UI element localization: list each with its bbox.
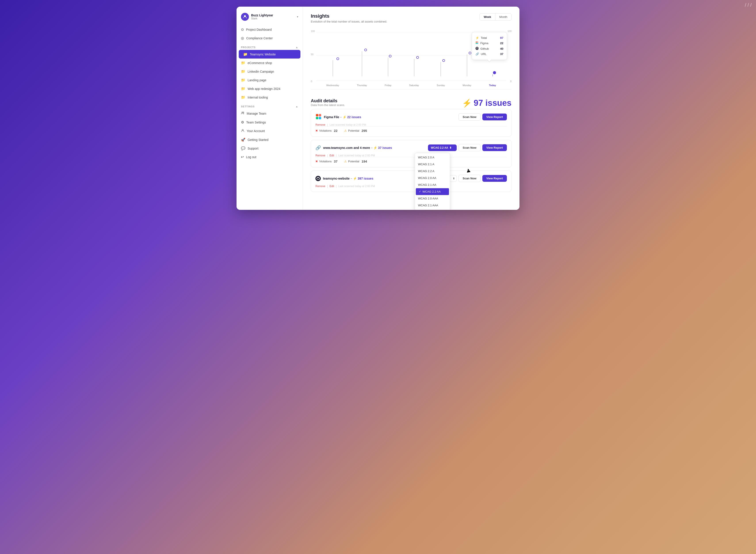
github-remove-link[interactable]: Remove (315, 185, 325, 188)
url-remove-link[interactable]: Remove (315, 154, 325, 157)
bar-dot (416, 56, 419, 59)
github-scan-button[interactable]: Scan Now (458, 175, 481, 182)
tooltip-row-github: Github 40 (475, 46, 503, 51)
dropdown-option-wcag22aa[interactable]: ✓ WCAG 2.2 AA (416, 188, 449, 195)
sidebar-item-logout[interactable]: ↩ Log out (237, 153, 303, 161)
svg-rect-5 (477, 42, 478, 43)
user-info: Buzz Lightyear Stark (241, 13, 273, 21)
sidebar-item-label: Teamsync Website (250, 53, 275, 56)
figma-name: Figma File (324, 115, 339, 119)
sidebar-item-linkedin[interactable]: 📁 Linkedin Campaign (237, 67, 303, 76)
github-card-header: teamsync-website – ⚡ 397 issues WCAG 2.0… (315, 175, 507, 182)
github-report-button[interactable]: View Report (482, 175, 507, 182)
dropdown-option-wcag21aaa[interactable]: WCAG 2.1 AAA (415, 202, 450, 209)
sidebar-item-webapp[interactable]: 📁 Web app redesign 2024 (237, 85, 303, 93)
week-month-toggle: Week Month (480, 13, 511, 20)
user-section[interactable]: Buzz Lightyear Stark ▾ (237, 11, 303, 25)
url-last-scan: Last scanned today at 2:00 PM (339, 154, 375, 157)
insights-title: Insights (311, 13, 387, 19)
audit-title: Audit details (311, 98, 345, 103)
dropdown-option-wcag22a[interactable]: WCAG 2.2 A (415, 168, 450, 174)
figma-scan-button[interactable]: Scan Now (458, 113, 481, 121)
bar-label: Sunday (437, 84, 445, 87)
github-name: teamsync-website (323, 177, 350, 180)
dropdown-option-wcag21aa[interactable]: WCAG 2.1 AA (415, 181, 450, 188)
svg-rect-7 (477, 43, 478, 44)
url-dropdown-container[interactable]: WCAG 2.2 AA ⬍ WCAG 2.0 A WCAG 2.1 A WCAG… (428, 145, 457, 151)
sidebar-item-compliance-center[interactable]: ◎ Compliance Center (237, 34, 303, 42)
sidebar-item-manage-team[interactable]: Manage Team (237, 109, 303, 118)
sidebar-item-label: Log out (246, 155, 256, 159)
github-audit-card: teamsync-website – ⚡ 397 issues WCAG 2.0… (311, 171, 511, 192)
settings-toggle-icon[interactable]: ▲ (296, 105, 298, 108)
chevron-down-icon: ▾ (297, 15, 298, 18)
user-name: Buzz Lightyear (251, 13, 273, 17)
projects-toggle-icon[interactable]: ▲ (296, 46, 298, 49)
sidebar-item-teamsync[interactable]: 📁 Teamsync Website (239, 50, 300, 59)
sidebar-item-ecommerce[interactable]: 📁 eCommerce shop (237, 59, 303, 67)
url-report-button[interactable]: View Report (482, 144, 507, 151)
url-dropdown-trigger[interactable]: WCAG 2.2 AA ⬍ (428, 145, 457, 151)
potential-label: Potential (348, 129, 359, 132)
compliance-center-icon: ◎ (241, 36, 244, 40)
github-edit-link[interactable]: Edit (330, 185, 334, 188)
sidebar-item-landing[interactable]: 📁 Landing page (237, 76, 303, 85)
sidebar-item-team-settings[interactable]: ⚙ Team Settings (237, 118, 303, 126)
github-bolt: ⚡ (353, 177, 358, 180)
error-icon: ✖ (315, 129, 318, 132)
url-name: www.teamsync.com and 4 more (323, 146, 370, 150)
violations-count: 22 (334, 129, 338, 132)
sidebar-item-internal[interactable]: 📁 Internal tooling (237, 93, 303, 102)
manage-team-icon (241, 111, 245, 116)
figma-report-button[interactable]: View Report (482, 114, 507, 120)
figma-potential-stat: ⚠ Potential 295 (344, 129, 367, 132)
week-toggle-button[interactable]: Week (480, 13, 495, 20)
bar-label: Saturday (409, 84, 419, 87)
sidebar-item-getting-started[interactable]: 🚀 Getting Started (237, 135, 303, 144)
dropdown-option-wcag20a[interactable]: WCAG 2.0 A (415, 154, 450, 161)
user-org: Stark (251, 17, 273, 20)
dropdown-option-wcag20aaa[interactable]: WCAG 2.0 AAA (415, 195, 450, 202)
url-scan-button[interactable]: Scan Now (458, 144, 481, 151)
violations-label: Violations (319, 160, 332, 163)
main-content: Insights Evolution of the total number o… (303, 7, 519, 210)
issues-count-value: 97 issues (474, 98, 511, 108)
dropdown-option-wcag22aaa[interactable]: WCAG 2.2 AAA (415, 209, 450, 210)
dropdown-option-wcag21a[interactable]: WCAG 2.1 A (415, 161, 450, 168)
svg-rect-10 (316, 114, 318, 116)
potential-count: 194 (361, 160, 367, 163)
sidebar-item-label: Internal tooling (248, 96, 268, 99)
svg-point-2 (243, 112, 244, 113)
tooltip-row-total: ⚡ Total 97 (475, 35, 503, 41)
sidebar-item-your-account[interactable]: Your Account (237, 126, 303, 135)
bar-col-friday: Friday (385, 55, 392, 81)
folder-icon: 📁 (241, 95, 245, 99)
url-edit-link[interactable]: Edit (330, 154, 334, 157)
url-bolt: ⚡ (373, 146, 378, 150)
bar-label: Wednesday (326, 84, 339, 87)
folder-icon: 📁 (241, 69, 245, 73)
sidebar-item-label: Web app redesign 2024 (248, 87, 280, 91)
url-stats: ✖ Violations 37 ⚠ Potential 194 (315, 157, 507, 163)
warn-icon: ⚠ (344, 160, 347, 163)
figma-remove-link[interactable]: Remove (315, 123, 325, 126)
bolt-icon: ⚡ (475, 36, 479, 40)
bar-dot (442, 59, 445, 62)
sidebar-item-support[interactable]: 💬 Support (237, 144, 303, 153)
y-label-100-right: 100 (508, 30, 511, 33)
dropdown-option-wcag20aa[interactable]: WCAG 2.0 AA (415, 174, 450, 181)
bar-dot (469, 52, 471, 54)
url-violations-stat: ✖ Violations 37 (315, 160, 338, 163)
folder-icon: 📁 (243, 52, 248, 56)
audit-header: Audit details Data from the latest scans… (311, 98, 511, 108)
bar-col-today: Today (489, 71, 496, 81)
month-toggle-button[interactable]: Month (495, 13, 511, 20)
logout-icon: ↩ (241, 155, 244, 159)
url-issues: 37 issues (378, 146, 392, 150)
figma-issues: 22 issues (347, 115, 361, 119)
sidebar-item-label: Support (248, 147, 258, 150)
potential-count: 295 (361, 129, 367, 132)
dropdown-chevron-icon: ⬍ (449, 146, 452, 149)
bar-dot (337, 57, 339, 60)
sidebar-item-project-dashboard[interactable]: ⊙ Project Dashboard (237, 25, 303, 34)
